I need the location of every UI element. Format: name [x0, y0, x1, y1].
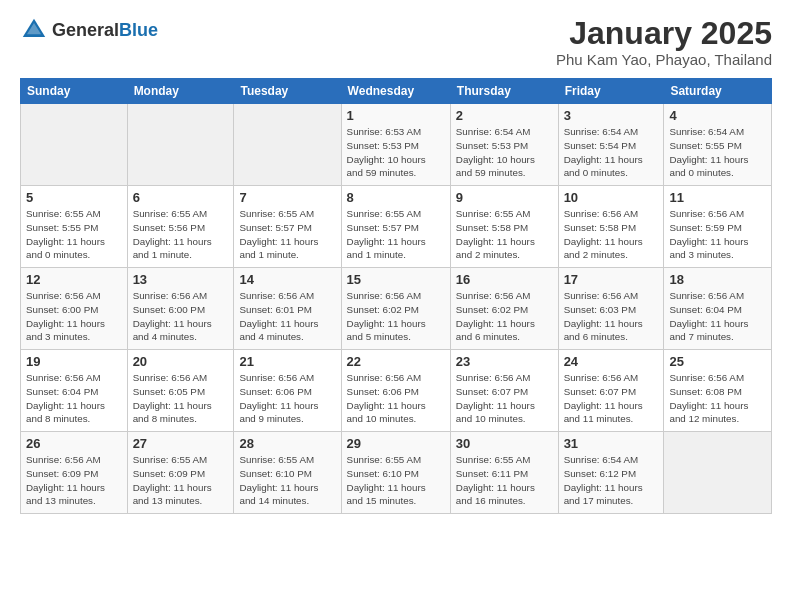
table-row	[234, 104, 341, 186]
day-number: 31	[564, 436, 659, 451]
day-detail: Sunrise: 6:56 AM Sunset: 6:06 PM Dayligh…	[239, 371, 335, 426]
title-block: January 2025 Phu Kam Yao, Phayao, Thaila…	[556, 16, 772, 68]
day-detail: Sunrise: 6:55 AM Sunset: 5:58 PM Dayligh…	[456, 207, 553, 262]
day-number: 19	[26, 354, 122, 369]
logo-text: GeneralBlue	[52, 20, 158, 41]
day-detail: Sunrise: 6:55 AM Sunset: 6:09 PM Dayligh…	[133, 453, 229, 508]
table-row: 13Sunrise: 6:56 AM Sunset: 6:00 PM Dayli…	[127, 268, 234, 350]
day-number: 10	[564, 190, 659, 205]
table-row: 14Sunrise: 6:56 AM Sunset: 6:01 PM Dayli…	[234, 268, 341, 350]
day-detail: Sunrise: 6:56 AM Sunset: 6:05 PM Dayligh…	[133, 371, 229, 426]
day-number: 6	[133, 190, 229, 205]
day-number: 21	[239, 354, 335, 369]
day-detail: Sunrise: 6:56 AM Sunset: 6:02 PM Dayligh…	[456, 289, 553, 344]
day-number: 8	[347, 190, 445, 205]
day-number: 26	[26, 436, 122, 451]
table-row: 7Sunrise: 6:55 AM Sunset: 5:57 PM Daylig…	[234, 186, 341, 268]
table-row: 4Sunrise: 6:54 AM Sunset: 5:55 PM Daylig…	[664, 104, 772, 186]
day-detail: Sunrise: 6:54 AM Sunset: 5:55 PM Dayligh…	[669, 125, 766, 180]
day-detail: Sunrise: 6:55 AM Sunset: 5:57 PM Dayligh…	[239, 207, 335, 262]
calendar-week-row: 19Sunrise: 6:56 AM Sunset: 6:04 PM Dayli…	[21, 350, 772, 432]
table-row: 30Sunrise: 6:55 AM Sunset: 6:11 PM Dayli…	[450, 432, 558, 514]
day-number: 29	[347, 436, 445, 451]
table-row: 18Sunrise: 6:56 AM Sunset: 6:04 PM Dayli…	[664, 268, 772, 350]
day-number: 2	[456, 108, 553, 123]
table-row: 19Sunrise: 6:56 AM Sunset: 6:04 PM Dayli…	[21, 350, 128, 432]
day-detail: Sunrise: 6:53 AM Sunset: 5:53 PM Dayligh…	[347, 125, 445, 180]
col-wednesday: Wednesday	[341, 79, 450, 104]
col-tuesday: Tuesday	[234, 79, 341, 104]
col-monday: Monday	[127, 79, 234, 104]
table-row: 6Sunrise: 6:55 AM Sunset: 5:56 PM Daylig…	[127, 186, 234, 268]
day-detail: Sunrise: 6:56 AM Sunset: 6:04 PM Dayligh…	[669, 289, 766, 344]
table-row: 11Sunrise: 6:56 AM Sunset: 5:59 PM Dayli…	[664, 186, 772, 268]
col-sunday: Sunday	[21, 79, 128, 104]
calendar-week-row: 12Sunrise: 6:56 AM Sunset: 6:00 PM Dayli…	[21, 268, 772, 350]
logo: GeneralBlue	[20, 16, 158, 44]
table-row: 10Sunrise: 6:56 AM Sunset: 5:58 PM Dayli…	[558, 186, 664, 268]
logo-icon	[20, 16, 48, 44]
day-detail: Sunrise: 6:55 AM Sunset: 5:55 PM Dayligh…	[26, 207, 122, 262]
day-number: 1	[347, 108, 445, 123]
table-row: 15Sunrise: 6:56 AM Sunset: 6:02 PM Dayli…	[341, 268, 450, 350]
day-number: 13	[133, 272, 229, 287]
table-row: 27Sunrise: 6:55 AM Sunset: 6:09 PM Dayli…	[127, 432, 234, 514]
day-detail: Sunrise: 6:56 AM Sunset: 5:59 PM Dayligh…	[669, 207, 766, 262]
header: GeneralBlue January 2025 Phu Kam Yao, Ph…	[20, 16, 772, 68]
table-row: 17Sunrise: 6:56 AM Sunset: 6:03 PM Dayli…	[558, 268, 664, 350]
table-row: 25Sunrise: 6:56 AM Sunset: 6:08 PM Dayli…	[664, 350, 772, 432]
table-row: 23Sunrise: 6:56 AM Sunset: 6:07 PM Dayli…	[450, 350, 558, 432]
day-number: 15	[347, 272, 445, 287]
day-number: 4	[669, 108, 766, 123]
table-row: 2Sunrise: 6:54 AM Sunset: 5:53 PM Daylig…	[450, 104, 558, 186]
day-detail: Sunrise: 6:56 AM Sunset: 6:00 PM Dayligh…	[26, 289, 122, 344]
day-detail: Sunrise: 6:56 AM Sunset: 6:07 PM Dayligh…	[564, 371, 659, 426]
day-detail: Sunrise: 6:56 AM Sunset: 6:09 PM Dayligh…	[26, 453, 122, 508]
day-number: 16	[456, 272, 553, 287]
day-detail: Sunrise: 6:55 AM Sunset: 5:56 PM Dayligh…	[133, 207, 229, 262]
day-detail: Sunrise: 6:55 AM Sunset: 5:57 PM Dayligh…	[347, 207, 445, 262]
day-detail: Sunrise: 6:55 AM Sunset: 6:10 PM Dayligh…	[347, 453, 445, 508]
col-saturday: Saturday	[664, 79, 772, 104]
table-row: 16Sunrise: 6:56 AM Sunset: 6:02 PM Dayli…	[450, 268, 558, 350]
day-number: 12	[26, 272, 122, 287]
table-row: 20Sunrise: 6:56 AM Sunset: 6:05 PM Dayli…	[127, 350, 234, 432]
day-detail: Sunrise: 6:56 AM Sunset: 6:06 PM Dayligh…	[347, 371, 445, 426]
day-number: 25	[669, 354, 766, 369]
table-row: 5Sunrise: 6:55 AM Sunset: 5:55 PM Daylig…	[21, 186, 128, 268]
table-row: 28Sunrise: 6:55 AM Sunset: 6:10 PM Dayli…	[234, 432, 341, 514]
calendar-title: January 2025	[556, 16, 772, 51]
table-row: 24Sunrise: 6:56 AM Sunset: 6:07 PM Dayli…	[558, 350, 664, 432]
page: GeneralBlue January 2025 Phu Kam Yao, Ph…	[0, 0, 792, 524]
day-number: 20	[133, 354, 229, 369]
day-number: 27	[133, 436, 229, 451]
table-row: 12Sunrise: 6:56 AM Sunset: 6:00 PM Dayli…	[21, 268, 128, 350]
day-number: 3	[564, 108, 659, 123]
table-row: 3Sunrise: 6:54 AM Sunset: 5:54 PM Daylig…	[558, 104, 664, 186]
day-number: 23	[456, 354, 553, 369]
col-friday: Friday	[558, 79, 664, 104]
calendar-subtitle: Phu Kam Yao, Phayao, Thailand	[556, 51, 772, 68]
calendar-week-row: 5Sunrise: 6:55 AM Sunset: 5:55 PM Daylig…	[21, 186, 772, 268]
calendar-week-row: 26Sunrise: 6:56 AM Sunset: 6:09 PM Dayli…	[21, 432, 772, 514]
day-detail: Sunrise: 6:55 AM Sunset: 6:11 PM Dayligh…	[456, 453, 553, 508]
table-row	[664, 432, 772, 514]
day-detail: Sunrise: 6:56 AM Sunset: 6:00 PM Dayligh…	[133, 289, 229, 344]
day-detail: Sunrise: 6:56 AM Sunset: 6:04 PM Dayligh…	[26, 371, 122, 426]
day-detail: Sunrise: 6:54 AM Sunset: 5:53 PM Dayligh…	[456, 125, 553, 180]
day-detail: Sunrise: 6:56 AM Sunset: 5:58 PM Dayligh…	[564, 207, 659, 262]
day-detail: Sunrise: 6:56 AM Sunset: 6:03 PM Dayligh…	[564, 289, 659, 344]
day-number: 17	[564, 272, 659, 287]
table-row: 8Sunrise: 6:55 AM Sunset: 5:57 PM Daylig…	[341, 186, 450, 268]
day-detail: Sunrise: 6:56 AM Sunset: 6:01 PM Dayligh…	[239, 289, 335, 344]
day-number: 28	[239, 436, 335, 451]
table-row: 9Sunrise: 6:55 AM Sunset: 5:58 PM Daylig…	[450, 186, 558, 268]
day-number: 30	[456, 436, 553, 451]
day-detail: Sunrise: 6:54 AM Sunset: 6:12 PM Dayligh…	[564, 453, 659, 508]
table-row: 26Sunrise: 6:56 AM Sunset: 6:09 PM Dayli…	[21, 432, 128, 514]
calendar-header-row: Sunday Monday Tuesday Wednesday Thursday…	[21, 79, 772, 104]
logo-blue: Blue	[119, 20, 158, 40]
calendar-table: Sunday Monday Tuesday Wednesday Thursday…	[20, 78, 772, 514]
day-detail: Sunrise: 6:55 AM Sunset: 6:10 PM Dayligh…	[239, 453, 335, 508]
day-number: 22	[347, 354, 445, 369]
